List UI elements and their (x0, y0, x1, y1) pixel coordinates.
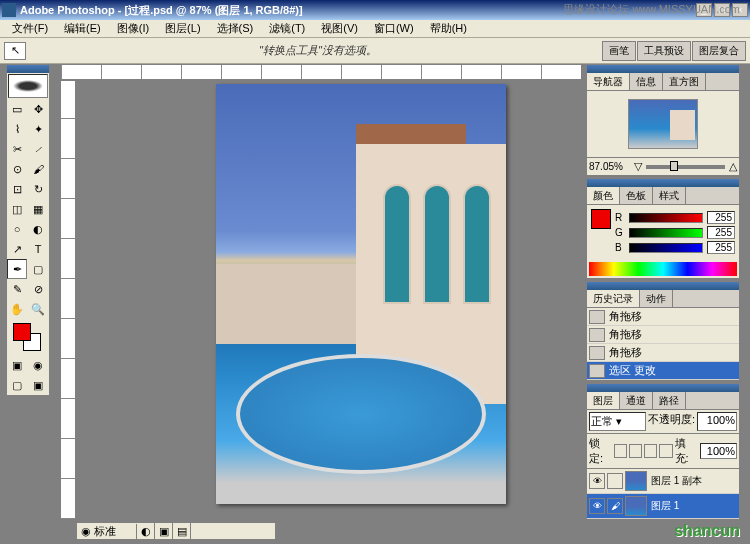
history-item[interactable]: 角拖移 (587, 308, 739, 326)
history-item[interactable]: 角拖移 (587, 326, 739, 344)
type-tool[interactable]: T (28, 239, 48, 259)
current-tool-preview[interactable]: ↖ (4, 42, 26, 60)
toolbox-header[interactable] (7, 65, 49, 73)
canvas-area[interactable] (76, 80, 582, 520)
tab-history[interactable]: 历史记录 (587, 290, 640, 307)
layer-thumbnail[interactable] (625, 471, 647, 491)
watermark-main: shancun (674, 522, 740, 540)
menu-file[interactable]: 文件(F) (4, 19, 56, 38)
status-icon-1[interactable]: ◐ (137, 523, 155, 539)
blend-mode-select[interactable]: 正常 ▾ (589, 412, 646, 431)
color-swatches[interactable] (7, 319, 49, 355)
lock-position-icon[interactable] (644, 444, 657, 458)
link-icon[interactable] (607, 473, 623, 489)
menu-image[interactable]: 图像(I) (109, 19, 157, 38)
path-tool[interactable]: ↗ (7, 239, 27, 259)
brush-tool[interactable]: 🖌 (28, 159, 48, 179)
zoom-in-icon[interactable]: △ (729, 160, 737, 173)
zoom-tool[interactable]: 🔍 (28, 299, 48, 319)
menu-help[interactable]: 帮助(H) (422, 19, 475, 38)
b-value[interactable]: 255 (707, 241, 735, 254)
blur-tool[interactable]: ○ (7, 219, 27, 239)
ruler-horizontal[interactable] (60, 64, 582, 80)
ruler-vertical[interactable] (60, 80, 76, 520)
foreground-color[interactable] (13, 323, 31, 341)
lock-image-icon[interactable] (629, 444, 642, 458)
g-value[interactable]: 255 (707, 226, 735, 239)
crop-tool[interactable]: ✂ (7, 139, 27, 159)
navigator-titlebar[interactable] (587, 65, 739, 73)
quickmask-mode[interactable]: ◉ (28, 355, 48, 375)
opacity-input[interactable]: 100% (697, 412, 737, 431)
heal-tool[interactable]: ⊙ (7, 159, 27, 179)
lock-transparent-icon[interactable] (614, 444, 627, 458)
color-spectrum[interactable] (589, 262, 737, 276)
notes-tool[interactable]: ✎ (7, 279, 27, 299)
marquee-tool[interactable]: ▭ (7, 99, 27, 119)
hand-tool[interactable]: ✋ (7, 299, 27, 319)
options-tab-brushes[interactable]: 画笔 (602, 41, 636, 61)
navigator-zoom-slider[interactable] (646, 165, 725, 169)
standard-mode[interactable]: ▣ (7, 355, 27, 375)
shape-tool[interactable]: ▢ (28, 259, 48, 279)
dodge-tool[interactable]: ◐ (28, 219, 48, 239)
gradient-tool[interactable]: ▦ (28, 199, 48, 219)
menu-filter[interactable]: 滤镜(T) (261, 19, 313, 38)
stamp-tool[interactable]: ⊡ (7, 179, 27, 199)
layer-name[interactable]: 图层 1 (651, 499, 679, 513)
pen-tool[interactable]: ✒ (7, 259, 27, 279)
menu-select[interactable]: 选择(S) (209, 19, 262, 38)
slice-tool[interactable]: ⟋ (28, 139, 48, 159)
b-slider[interactable] (629, 243, 703, 253)
lock-all-icon[interactable] (659, 444, 672, 458)
screen-mode-1[interactable]: ▢ (7, 375, 27, 395)
color-fg-swatch[interactable] (591, 209, 611, 229)
navigator-zoom-value[interactable]: 87.05% (589, 161, 634, 172)
tab-info[interactable]: 信息 (630, 73, 663, 90)
status-icon-3[interactable]: ▤ (173, 523, 191, 539)
visibility-icon[interactable]: 👁 (589, 498, 605, 514)
zoom-out-icon[interactable]: ▽ (634, 160, 642, 173)
fill-input[interactable]: 100% (700, 443, 737, 459)
menu-edit[interactable]: 编辑(E) (56, 19, 109, 38)
history-titlebar[interactable] (587, 282, 739, 290)
tab-color[interactable]: 颜色 (587, 187, 620, 204)
tab-actions[interactable]: 动作 (640, 290, 673, 307)
tab-navigator[interactable]: 导航器 (587, 73, 630, 90)
tab-histogram[interactable]: 直方图 (663, 73, 706, 90)
tab-swatches[interactable]: 色板 (620, 187, 653, 204)
status-bar: ◉ 标准 ◐ ▣ ▤ (76, 522, 276, 540)
tab-styles[interactable]: 样式 (653, 187, 686, 204)
menu-window[interactable]: 窗口(W) (366, 19, 422, 38)
move-tool[interactable]: ✥ (28, 99, 48, 119)
link-icon[interactable]: 🖌 (607, 498, 623, 514)
wand-tool[interactable]: ✦ (28, 119, 48, 139)
tab-channels[interactable]: 通道 (620, 392, 653, 409)
color-titlebar[interactable] (587, 179, 739, 187)
lasso-tool[interactable]: ⌇ (7, 119, 27, 139)
g-slider[interactable] (629, 228, 703, 238)
r-value[interactable]: 255 (707, 211, 735, 224)
eyedropper-tool[interactable]: ⊘ (28, 279, 48, 299)
layer-row[interactable]: 👁 🖌 图层 1 (587, 494, 739, 519)
navigator-thumbnail[interactable] (628, 99, 698, 149)
eraser-tool[interactable]: ◫ (7, 199, 27, 219)
screen-mode-2[interactable]: ▣ (28, 375, 48, 395)
menu-view[interactable]: 视图(V) (313, 19, 366, 38)
history-brush-tool[interactable]: ↻ (28, 179, 48, 199)
document-canvas[interactable] (216, 84, 506, 504)
history-item[interactable]: 选区 更改 (587, 362, 739, 380)
layer-name[interactable]: 图层 1 副本 (651, 474, 702, 488)
status-icon-2[interactable]: ▣ (155, 523, 173, 539)
tab-layers[interactable]: 图层 (587, 392, 620, 409)
tab-paths[interactable]: 路径 (653, 392, 686, 409)
options-tab-layer-comps[interactable]: 图层复合 (692, 41, 746, 61)
visibility-icon[interactable]: 👁 (589, 473, 605, 489)
options-tab-tool-presets[interactable]: 工具预设 (637, 41, 691, 61)
menu-layer[interactable]: 图层(L) (157, 19, 208, 38)
layer-thumbnail[interactable] (625, 496, 647, 516)
r-slider[interactable] (629, 213, 703, 223)
layers-titlebar[interactable] (587, 384, 739, 392)
history-item[interactable]: 角拖移 (587, 344, 739, 362)
layer-row[interactable]: 👁 图层 1 副本 (587, 469, 739, 494)
